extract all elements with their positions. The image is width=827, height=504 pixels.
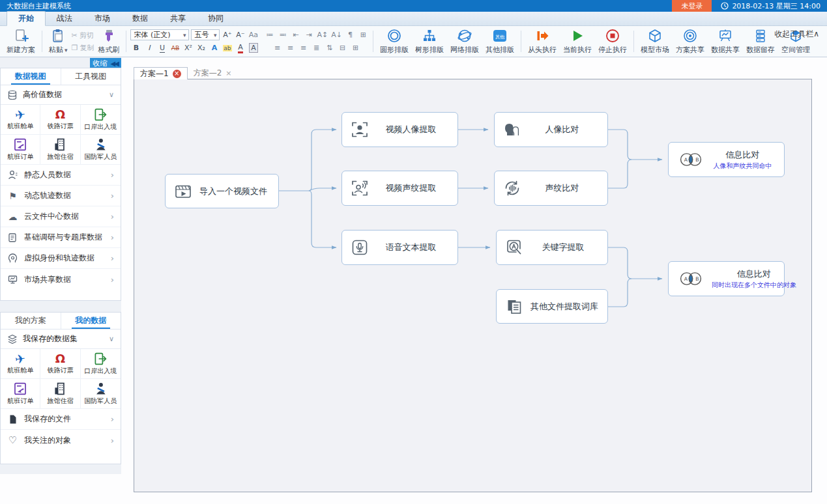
font-family-select[interactable]: 宋体 (正文)▾ <box>130 29 189 40</box>
close-tab-icon[interactable]: × <box>173 70 181 78</box>
close-tab-icon[interactable]: × <box>225 69 231 77</box>
paragraph-mark-button[interactable]: ¶ <box>345 29 356 40</box>
numbered-list-button[interactable]: ≕ <box>277 29 288 40</box>
bullet-list-button[interactable]: ≔ <box>264 29 275 40</box>
other-layout-button[interactable]: 其他 其他排版 <box>483 27 517 55</box>
subscript-button[interactable]: X₂ <box>196 42 207 53</box>
tree-layout-button[interactable]: 树形排版 <box>413 27 446 55</box>
ribbon-tab-start[interactable]: 开始 <box>7 11 46 26</box>
highlight-button[interactable]: ab <box>222 42 233 53</box>
ribbon-tab-share[interactable]: 共享 <box>159 12 197 25</box>
flow-node-speech-to-text[interactable]: 语音文本提取 <box>341 230 458 265</box>
tab-my-plans[interactable]: 我的方案 <box>1 313 61 329</box>
circle-layout-button[interactable]: 圆形排版 <box>377 27 411 55</box>
char-shading-button[interactable]: A <box>248 42 259 53</box>
align-center-button[interactable]: ≡ <box>285 42 296 53</box>
sidebar-item-market-shared-data[interactable]: 市场共享数据› <box>1 269 121 290</box>
ribbon-tab-collab[interactable]: 协同 <box>197 12 235 25</box>
insert-table-button[interactable]: ⊞ <box>358 29 369 40</box>
shrink-font-button[interactable]: A⁻ <box>235 29 246 40</box>
dataset-flight-manifest[interactable]: ✈航班舱单 <box>1 349 40 379</box>
run-current-button[interactable]: 当前执行 <box>560 27 594 55</box>
flow-node-portrait-compare[interactable]: 人像比对 <box>494 112 608 147</box>
decrease-indent-button[interactable]: ⇤ <box>290 29 301 40</box>
increase-indent-button[interactable]: ⇥ <box>303 29 314 40</box>
borders-button[interactable]: ⊞ <box>350 42 361 53</box>
dataset-flight-manifest[interactable]: ✈航班舱单 <box>1 105 40 135</box>
data-share-button[interactable]: 数据共享 <box>708 27 742 55</box>
align-left-button[interactable]: ≡ <box>272 42 283 53</box>
flowchart-canvas[interactable]: 导入一个视频文件 视频人像提取 视频声纹提取 语音文本提取 人像比对 声纹比对 <box>134 79 812 492</box>
dataset-military-personnel[interactable]: 国防军人员 <box>81 135 121 165</box>
underline-button[interactable]: U <box>156 42 167 53</box>
dataset-flight-order[interactable]: 航班订单 <box>1 135 40 165</box>
sidebar-item-my-saved-files[interactable]: 我保存的文件› <box>1 409 121 430</box>
model-market-button[interactable]: 模型市场 <box>638 27 672 55</box>
flow-node-import-video[interactable]: 导入一个视频文件 <box>165 174 279 208</box>
format-painter-button[interactable]: 格式刷 <box>95 27 122 55</box>
text-effects-button[interactable]: A <box>209 42 220 53</box>
dataset-military-personnel[interactable]: 国防军人员 <box>81 379 121 409</box>
node-label: 信息比对 <box>712 149 774 161</box>
strikethrough-button[interactable]: AB <box>169 42 181 53</box>
sidebar-item-dynamic-track-data[interactable]: ⚑ 动态轨迹数据› <box>1 186 121 206</box>
char-scale-button[interactable]: A↕ <box>316 29 328 40</box>
dataset-port-entry-exit[interactable]: 口岸出入境 <box>81 349 121 379</box>
sidebar-collapse-button[interactable]: 收缩 ◀◀ <box>90 58 121 68</box>
tab-my-data[interactable]: 我的数据 <box>61 313 121 329</box>
sidebar-item-my-followed-objects[interactable]: ♡ 我关注的对象› <box>1 430 121 451</box>
dataset-hotel-stay[interactable]: 旅馆住宿 <box>40 135 80 165</box>
tab-data-view[interactable]: 数据视图 <box>1 68 61 85</box>
flow-node-voiceprint-compare[interactable]: 声纹比对 <box>494 171 608 206</box>
dataset-flight-order[interactable]: 航班订单 <box>1 379 40 409</box>
sort-button[interactable]: A↓ <box>330 29 343 40</box>
dataset-railway-ticket[interactable]: Ω铁路订票 <box>40 105 80 135</box>
canvas-tab-plan-1[interactable]: 方案—1 × <box>134 67 188 79</box>
change-case-button[interactable]: Aa <box>248 29 259 40</box>
italic-button[interactable]: I <box>143 42 154 53</box>
align-right-button[interactable]: ≡ <box>298 42 309 53</box>
sidebar-item-virtual-identity-data[interactable]: 虚拟身份和轨迹数据› <box>1 248 121 269</box>
tab-tool-view[interactable]: 工具视图 <box>61 68 121 85</box>
network-layout-button[interactable]: 网络排版 <box>448 27 482 55</box>
font-size-select[interactable]: 五号▾ <box>191 29 220 40</box>
dataset-railway-ticket[interactable]: Ω铁路订票 <box>40 349 80 379</box>
flow-node-other-files-lexicon[interactable]: 其他文件提取词库 <box>496 289 608 324</box>
flow-node-video-portrait-extract[interactable]: 视频人像提取 <box>341 112 458 147</box>
collapse-toolbar-button[interactable]: 收起工具栏∧ <box>774 29 819 40</box>
stop-run-button[interactable]: 停止执行 <box>596 27 630 55</box>
dataset-port-entry-exit[interactable]: 口岸出入境 <box>81 105 121 135</box>
cut-button[interactable]: ✂ 剪切 <box>72 30 94 40</box>
video-file-icon <box>173 182 193 201</box>
copy-button[interactable]: ❐ 复制 <box>72 42 94 53</box>
sidebar-item-cloud-file-data[interactable]: ☁ 云文件中心数据› <box>1 206 121 227</box>
new-plan-button[interactable]: 新建方案 <box>4 27 38 55</box>
flow-node-info-compare-2[interactable]: AB 信息比对 同时出现在多个文件中的对象 <box>668 261 785 296</box>
data-retention-button[interactable]: 数据留存 <box>744 27 777 55</box>
chevron-right-icon: › <box>111 232 114 242</box>
ribbon-separator <box>126 31 126 52</box>
sidebar-item-survey-library-data[interactable]: 基础调研与专题库数据› <box>1 227 121 248</box>
superscript-button[interactable]: X² <box>182 42 194 53</box>
flow-node-keyword-extract[interactable]: 关键字提取 <box>496 230 608 265</box>
ribbon-tab-tactics[interactable]: 战法 <box>46 12 83 25</box>
bold-button[interactable]: B <box>130 42 141 53</box>
align-justify-button[interactable]: ≣ <box>311 42 322 53</box>
font-color-button[interactable]: A <box>235 42 246 53</box>
section-my-saved-datasets[interactable]: 我保存的数据集 ∨ <box>1 329 121 349</box>
login-status-badge[interactable]: 未登录 <box>672 0 712 12</box>
plan-share-button[interactable]: 方案共享 <box>673 27 707 55</box>
ribbon-tab-data[interactable]: 数据 <box>121 12 159 25</box>
run-from-start-button[interactable]: 从头执行 <box>525 27 559 55</box>
section-high-value-data[interactable]: 高价值数据 ∨ <box>1 85 121 105</box>
line-spacing-button[interactable]: ⇅ <box>324 42 335 53</box>
grow-font-button[interactable]: A⁺ <box>222 29 233 40</box>
dataset-hotel-stay[interactable]: 旅馆住宿 <box>40 379 80 409</box>
flow-node-info-compare-1[interactable]: AB 信息比对 人像和声纹共同命中 <box>668 142 785 177</box>
ribbon-tab-market[interactable]: 市场 <box>83 12 121 25</box>
canvas-tab-plan-2[interactable]: 方案—2 × <box>188 67 238 79</box>
flow-node-video-voiceprint-extract[interactable]: 视频声纹提取 <box>341 171 458 206</box>
paragraph-shading-button[interactable]: ⊟ <box>337 42 348 53</box>
paste-button[interactable]: 粘贴▾ <box>46 27 70 55</box>
sidebar-item-static-person-data[interactable]: 静态人员数据› <box>1 165 121 186</box>
